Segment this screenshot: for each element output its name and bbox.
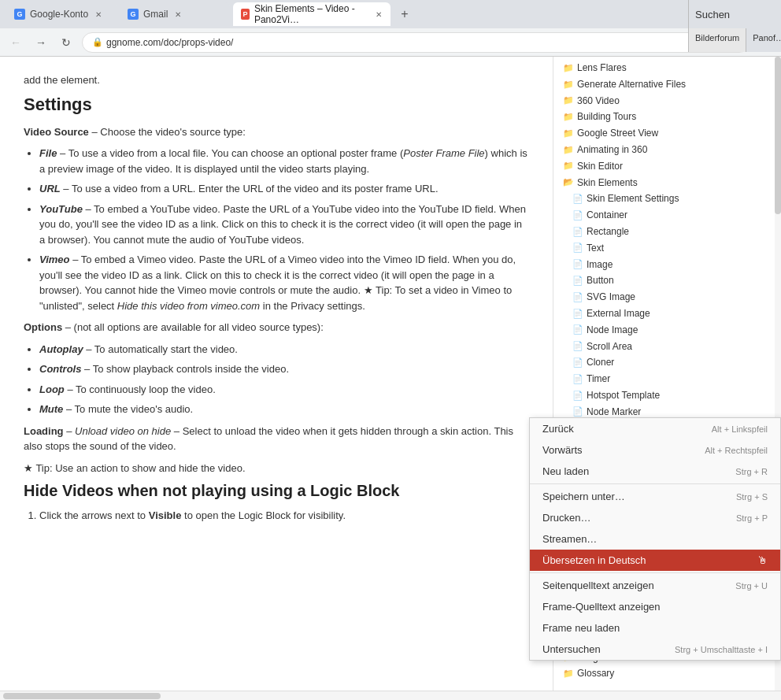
- tab-google-konto[interactable]: G Google-Konto ✕: [6, 2, 117, 26]
- sidebar-label: Generate Alternative Files: [577, 78, 686, 91]
- file-label: File: [39, 147, 57, 159]
- address-input-container[interactable]: 🔒 ggnome.com/doc/props-video/ ☆ 👤 🔍: [82, 32, 750, 53]
- sidebar-label: Skin Editor: [577, 160, 623, 173]
- ctx-separator-1: [530, 483, 780, 484]
- sidebar-item-building-tours[interactable]: 📁 Building Tours: [553, 109, 781, 125]
- sidebar-item-cloner[interactable]: 📄 Cloner: [553, 354, 781, 371]
- ctx-back-label: Zurück: [542, 423, 712, 435]
- bilderforum-tab[interactable]: Bilderforum: [689, 28, 746, 52]
- folder-icon: 📁: [563, 128, 574, 139]
- sidebar-item-lens-flares[interactable]: 📁 Lens Flares: [553, 60, 781, 76]
- hide-heading: Hide Videos when not playing using a Log…: [24, 482, 529, 500]
- ctx-save[interactable]: Speichern unter… Strg + S: [530, 486, 780, 507]
- loop-text: – To continuously loop the video.: [67, 383, 215, 395]
- video-options-list: File – To use a video from a local file.…: [39, 146, 529, 313]
- ctx-separator-2: [530, 572, 780, 573]
- url-label: URL: [39, 183, 61, 194]
- sidebar-label: Skin Elements: [577, 176, 638, 190]
- ctx-inspect[interactable]: Untersuchen Strg + Umschalttaste + I: [530, 639, 780, 660]
- ctx-reload[interactable]: Neu laden Strg + R: [530, 461, 780, 482]
- tab-gmail[interactable]: G Gmail ✕: [120, 2, 230, 26]
- ctx-stream[interactable]: Streamen…: [530, 528, 780, 550]
- doc-icon: 📄: [572, 340, 583, 352]
- sidebar-item-scroll-area[interactable]: 📄 Scroll Area: [553, 339, 781, 355]
- mute-text: – To mute the video's audio.: [66, 403, 193, 415]
- sidebar-label: Node Marker: [587, 406, 641, 419]
- sidebar-item-360video[interactable]: 📁 360 Video: [553, 93, 781, 109]
- ctx-forward-label: Vorwärts: [542, 444, 705, 456]
- video-source-label: Video Source: [24, 126, 89, 138]
- loading-label: Loading: [24, 425, 64, 437]
- bottom-scrollbar-thumb[interactable]: [3, 693, 161, 699]
- tab-skin-elements-close[interactable]: ✕: [374, 9, 383, 20]
- ctx-view-source[interactable]: Seitenquelltext anzeigen Strg + U: [530, 575, 780, 596]
- sidebar-item-animating[interactable]: 📁 Animating in 360: [553, 142, 781, 158]
- tab-skin-elements[interactable]: P Skin Elements – Video - Pano2Vi… ✕: [233, 2, 390, 26]
- tab-google-konto-close[interactable]: ✕: [93, 9, 104, 20]
- sidebar-item-svg-image[interactable]: 📄 SVG Image: [553, 289, 781, 306]
- settings-heading: Settings: [24, 94, 529, 115]
- ctx-translate[interactable]: Übersetzen in Deutsch 🖱: [530, 550, 780, 571]
- ctx-frame-source[interactable]: Frame-Quelltext anzeigen: [530, 596, 780, 617]
- forward-button[interactable]: →: [31, 33, 50, 52]
- tab-gmail-close[interactable]: ✕: [172, 9, 183, 20]
- new-tab-button[interactable]: +: [394, 3, 416, 25]
- folder-icon: 📁: [563, 94, 574, 106]
- pre-heading-text: add the element.: [24, 72, 529, 88]
- youtube-label: YouTube: [39, 203, 83, 215]
- loading-paragraph: Loading – Unload video on hide – Select …: [24, 424, 529, 454]
- sidebar-item-button[interactable]: 📄 Button: [553, 272, 781, 289]
- controls-label: Controls: [39, 363, 81, 375]
- sidebar-item-hotspot-template[interactable]: 📄 Hotspot Template: [553, 387, 781, 404]
- ctx-view-source-shortcut: Strg + U: [735, 581, 768, 591]
- sidebar-item-skin-element-settings[interactable]: 📄 Skin Element Settings: [553, 191, 781, 207]
- sidebar-item-google-street-view[interactable]: 📁 Google Street View: [553, 125, 781, 142]
- loop-item: Loop – To continuously loop the video.: [39, 382, 529, 398]
- sidebar-item-container[interactable]: 📄 Container: [553, 207, 781, 224]
- cursor-icon: 🖱: [757, 554, 768, 566]
- ctx-back[interactable]: Zurück Alt + Linkspfeil: [530, 418, 780, 439]
- sidebar-item-rectangle[interactable]: 📄 Rectangle: [553, 224, 781, 240]
- vimeo-label: Vimeo: [39, 254, 70, 265]
- ctx-frame-reload[interactable]: Frame neu laden: [530, 617, 780, 639]
- sidebar-item-skin-editor[interactable]: 📁 Skin Editor: [553, 158, 781, 175]
- sidebar-item-image[interactable]: 📄 Image: [553, 257, 781, 273]
- sidebar-label: Rectangle: [587, 225, 629, 239]
- loading-dash: –: [66, 425, 75, 437]
- options-list: Autoplay – To automatically start the vi…: [39, 342, 529, 417]
- ctx-forward[interactable]: Vorwärts Alt + Rechtspfeil: [530, 439, 780, 461]
- sidebar-item-skin-elements[interactable]: 📂 Skin Elements: [553, 175, 781, 191]
- sidebar-label: Hotspot Template: [587, 389, 660, 402]
- back-button[interactable]: ←: [6, 33, 25, 52]
- panof-tab[interactable]: Panof…: [746, 28, 781, 52]
- autoplay-text: – To automatically start the video.: [86, 343, 238, 355]
- bottom-scrollbar[interactable]: [0, 691, 781, 700]
- sidebar-item-node-image[interactable]: 📄 Node Image: [553, 322, 781, 339]
- lock-icon: 🔒: [92, 37, 103, 47]
- ctx-save-label: Speichern unter…: [542, 491, 736, 502]
- sidebar-item-external-image[interactable]: 📄 External Image: [553, 306, 781, 322]
- sidebar-item-generate[interactable]: 📁 Generate Alternative Files: [553, 76, 781, 93]
- sidebar-item-glossary[interactable]: 📁 Glossary: [553, 665, 781, 682]
- ctx-view-source-label: Seitenquelltext anzeigen: [542, 580, 735, 591]
- ctx-reload-label: Neu laden: [542, 465, 735, 477]
- ctx-frame-source-label: Frame-Quelltext anzeigen: [542, 601, 768, 613]
- tip-text: ★ Tip: Use an action to show and hide th…: [24, 461, 529, 476]
- file-item: File – To use a video from a local file.…: [39, 146, 529, 176]
- sidebar-label: Text: [587, 242, 604, 255]
- ctx-print[interactable]: Drucken… Strg + P: [530, 507, 780, 528]
- vimeo-text: – To embed a Vimeo video. Paste the URL …: [39, 254, 516, 312]
- gmail-icon: G: [128, 9, 139, 20]
- tab-google-konto-label: Google-Konto: [30, 9, 88, 20]
- sidebar-scrollbar-thumb[interactable]: [775, 57, 781, 214]
- sidebar-item-timer[interactable]: 📄 Timer: [553, 371, 781, 387]
- reload-button[interactable]: ↻: [57, 33, 76, 52]
- ctx-translate-label: Übersetzen in Deutsch: [542, 554, 754, 566]
- doc-icon: 📄: [572, 209, 583, 221]
- folder-open-icon: 📂: [563, 176, 574, 188]
- controls-text: – To show playback controls inside the v…: [84, 363, 289, 375]
- sidebar-item-text[interactable]: 📄 Text: [553, 240, 781, 257]
- hide-visible-bold: Visible: [149, 509, 182, 521]
- sidebar-label: Skin Element Settings: [587, 192, 679, 206]
- sidebar-label: External Image: [587, 307, 650, 320]
